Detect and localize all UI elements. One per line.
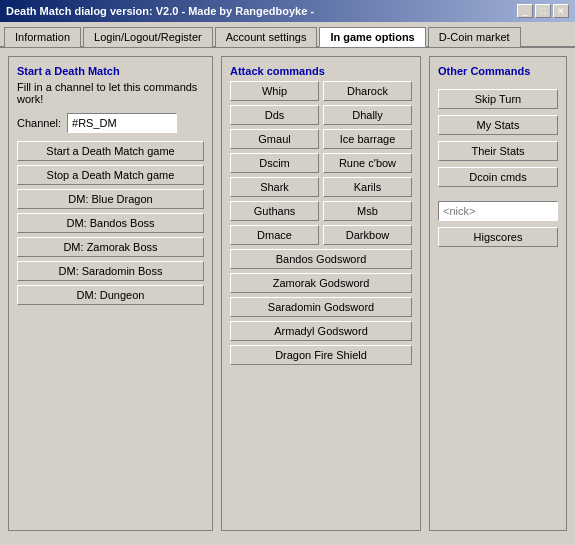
- minimize-button[interactable]: _: [517, 4, 533, 18]
- attack-dhally-button[interactable]: Dhally: [323, 105, 412, 125]
- left-panel: Start a Death Match Fill in a channel to…: [8, 56, 213, 531]
- nick-input[interactable]: [438, 201, 558, 221]
- attack-dscim-button[interactable]: Dscim: [230, 153, 319, 173]
- dm-bandos-boss-button[interactable]: DM: Bandos Boss: [17, 213, 204, 233]
- attack-zamorak-godsword-button[interactable]: Zamorak Godsword: [230, 273, 412, 293]
- attack-grid: Whip Dharock Dds Dhally Gmaul Ice barrag…: [230, 81, 412, 245]
- channel-row: Channel:: [17, 113, 204, 133]
- close-button[interactable]: ✕: [553, 4, 569, 18]
- window-controls[interactable]: _ □ ✕: [517, 4, 569, 18]
- tab-bar: Information Login/Logout/Register Accoun…: [0, 22, 575, 48]
- attack-dragon-fire-shield-button[interactable]: Dragon Fire Shield: [230, 345, 412, 365]
- tab-information[interactable]: Information: [4, 27, 81, 47]
- tab-account-settings[interactable]: Account settings: [215, 27, 318, 47]
- attack-karils-button[interactable]: Karils: [323, 177, 412, 197]
- middle-panel: Attack commands Whip Dharock Dds Dhally …: [221, 56, 421, 531]
- dm-zamorak-boss-button[interactable]: DM: Zamorak Boss: [17, 237, 204, 257]
- left-panel-desc: Fill in a channel to let this commands w…: [17, 81, 204, 105]
- skip-turn-button[interactable]: Skip Turn: [438, 89, 558, 109]
- higscores-button[interactable]: Higscores: [438, 227, 558, 247]
- dm-blue-dragon-button[interactable]: DM: Blue Dragon: [17, 189, 204, 209]
- right-panel-title: Other Commands: [438, 65, 558, 77]
- left-panel-title: Start a Death Match: [17, 65, 204, 77]
- tab-login[interactable]: Login/Logout/Register: [83, 27, 213, 47]
- title-bar: Death Match dialog version: V2.0 - Made …: [0, 0, 575, 22]
- attack-rune-cbow-button[interactable]: Rune c'bow: [323, 153, 412, 173]
- maximize-button[interactable]: □: [535, 4, 551, 18]
- attack-dmace-button[interactable]: Dmace: [230, 225, 319, 245]
- attack-dds-button[interactable]: Dds: [230, 105, 319, 125]
- attack-msb-button[interactable]: Msb: [323, 201, 412, 221]
- attack-saradomin-godsword-button[interactable]: Saradomin Godsword: [230, 297, 412, 317]
- attack-ice-barrage-button[interactable]: Ice barrage: [323, 129, 412, 149]
- window-title: Death Match dialog version: V2.0 - Made …: [6, 5, 314, 17]
- dm-dungeon-button[interactable]: DM: Dungeon: [17, 285, 204, 305]
- tab-dcoin-market[interactable]: D-Coin market: [428, 27, 521, 47]
- middle-panel-title: Attack commands: [230, 65, 412, 77]
- attack-darkbow-button[interactable]: Darkbow: [323, 225, 412, 245]
- channel-input[interactable]: [67, 113, 177, 133]
- my-stats-button[interactable]: My Stats: [438, 115, 558, 135]
- their-stats-button[interactable]: Their Stats: [438, 141, 558, 161]
- attack-whip-button[interactable]: Whip: [230, 81, 319, 101]
- tab-in-game-options[interactable]: In game options: [319, 27, 425, 47]
- channel-label: Channel:: [17, 117, 61, 129]
- attack-armadyl-godsword-button[interactable]: Armadyl Godsword: [230, 321, 412, 341]
- attack-guthans-button[interactable]: Guthans: [230, 201, 319, 221]
- dcoin-cmds-button[interactable]: Dcoin cmds: [438, 167, 558, 187]
- stop-deathmatch-button[interactable]: Stop a Death Match game: [17, 165, 204, 185]
- attack-shark-button[interactable]: Shark: [230, 177, 319, 197]
- start-deathmatch-button[interactable]: Start a Death Match game: [17, 141, 204, 161]
- attack-gmaul-button[interactable]: Gmaul: [230, 129, 319, 149]
- right-panel: Other Commands Skip Turn My Stats Their …: [429, 56, 567, 531]
- dm-saradomin-boss-button[interactable]: DM: Saradomin Boss: [17, 261, 204, 281]
- main-content: Start a Death Match Fill in a channel to…: [0, 48, 575, 539]
- attack-dharock-button[interactable]: Dharock: [323, 81, 412, 101]
- attack-bandos-godsword-button[interactable]: Bandos Godsword: [230, 249, 412, 269]
